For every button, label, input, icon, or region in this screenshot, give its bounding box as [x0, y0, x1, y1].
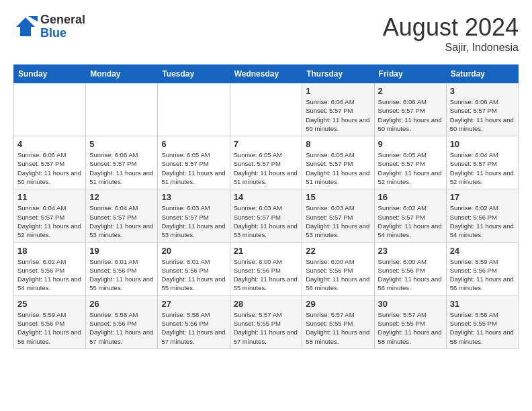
calendar-cell: 18Sunrise: 6:02 AM Sunset: 5:56 PM Dayli… — [14, 242, 86, 295]
day-number: 15 — [306, 192, 370, 202]
day-number: 19 — [89, 246, 154, 256]
calendar-cell: 24Sunrise: 5:59 AM Sunset: 5:56 PM Dayli… — [446, 242, 518, 295]
logo: General Blue — [13, 13, 85, 40]
col-header-tuesday: Tuesday — [158, 65, 230, 83]
day-info: Sunrise: 6:05 AM Sunset: 5:57 PM Dayligh… — [161, 150, 226, 186]
day-number: 21 — [234, 246, 299, 256]
calendar-cell: 4Sunrise: 6:06 AM Sunset: 5:57 PM Daylig… — [14, 136, 86, 189]
day-info: Sunrise: 6:00 AM Sunset: 5:56 PM Dayligh… — [234, 257, 299, 293]
calendar-cell: 8Sunrise: 6:05 AM Sunset: 5:57 PM Daylig… — [302, 136, 374, 189]
calendar-week-5: 25Sunrise: 5:59 AM Sunset: 5:56 PM Dayli… — [14, 295, 519, 349]
calendar-cell: 11Sunrise: 6:04 AM Sunset: 5:57 PM Dayli… — [14, 189, 86, 242]
day-info: Sunrise: 6:00 AM Sunset: 5:56 PM Dayligh… — [306, 257, 370, 293]
day-info: Sunrise: 6:06 AM Sunset: 5:57 PM Dayligh… — [89, 150, 154, 186]
calendar-cell: 17Sunrise: 6:02 AM Sunset: 5:56 PM Dayli… — [446, 189, 518, 242]
day-number: 9 — [378, 139, 443, 149]
logo-icon — [13, 15, 38, 39]
day-info: Sunrise: 5:58 AM Sunset: 5:56 PM Dayligh… — [89, 310, 154, 346]
day-number: 6 — [161, 139, 226, 149]
calendar-cell: 3Sunrise: 6:06 AM Sunset: 5:57 PM Daylig… — [446, 83, 518, 136]
day-number: 13 — [161, 192, 226, 202]
calendar-cell — [14, 83, 86, 136]
day-info: Sunrise: 6:02 AM Sunset: 5:57 PM Dayligh… — [378, 203, 443, 239]
day-number: 29 — [306, 299, 370, 309]
day-info: Sunrise: 5:59 AM Sunset: 5:56 PM Dayligh… — [450, 257, 515, 293]
day-info: Sunrise: 6:05 AM Sunset: 5:57 PM Dayligh… — [378, 150, 443, 186]
day-number: 12 — [89, 192, 154, 202]
day-number: 30 — [378, 299, 443, 309]
day-info: Sunrise: 6:04 AM Sunset: 5:57 PM Dayligh… — [89, 203, 154, 239]
day-info: Sunrise: 6:06 AM Sunset: 5:57 PM Dayligh… — [378, 97, 443, 133]
day-number: 28 — [234, 299, 299, 309]
calendar-week-2: 4Sunrise: 6:06 AM Sunset: 5:57 PM Daylig… — [14, 136, 519, 189]
logo-blue: Blue — [40, 27, 85, 40]
day-info: Sunrise: 5:57 AM Sunset: 5:55 PM Dayligh… — [234, 310, 299, 346]
calendar-cell: 30Sunrise: 5:57 AM Sunset: 5:55 PM Dayli… — [374, 295, 446, 349]
calendar-cell: 9Sunrise: 6:05 AM Sunset: 5:57 PM Daylig… — [374, 136, 446, 189]
col-header-friday: Friday — [374, 65, 446, 83]
calendar-cell — [230, 83, 302, 136]
day-info: Sunrise: 6:05 AM Sunset: 5:57 PM Dayligh… — [234, 150, 299, 186]
day-number: 4 — [17, 139, 82, 149]
day-info: Sunrise: 5:59 AM Sunset: 5:56 PM Dayligh… — [17, 310, 82, 346]
calendar-cell — [86, 83, 158, 136]
page-header: General Blue August 2024 Sajir, Indonesi… — [13, 13, 519, 54]
day-number: 27 — [161, 299, 226, 309]
calendar-cell: 7Sunrise: 6:05 AM Sunset: 5:57 PM Daylig… — [230, 136, 302, 189]
day-info: Sunrise: 6:03 AM Sunset: 5:57 PM Dayligh… — [234, 203, 299, 239]
calendar-cell: 16Sunrise: 6:02 AM Sunset: 5:57 PM Dayli… — [374, 189, 446, 242]
day-number: 26 — [89, 299, 154, 309]
calendar-cell: 13Sunrise: 6:03 AM Sunset: 5:57 PM Dayli… — [158, 189, 230, 242]
calendar-cell: 6Sunrise: 6:05 AM Sunset: 5:57 PM Daylig… — [158, 136, 230, 189]
logo-text: General Blue — [40, 13, 85, 40]
calendar-cell: 12Sunrise: 6:04 AM Sunset: 5:57 PM Dayli… — [86, 189, 158, 242]
day-info: Sunrise: 6:00 AM Sunset: 5:56 PM Dayligh… — [378, 257, 443, 293]
day-number: 17 — [450, 192, 515, 202]
col-header-wednesday: Wednesday — [230, 65, 302, 83]
day-number: 24 — [450, 246, 515, 256]
col-header-monday: Monday — [86, 65, 158, 83]
day-number: 8 — [306, 139, 370, 149]
day-number: 3 — [450, 86, 515, 96]
calendar-week-1: 1Sunrise: 6:06 AM Sunset: 5:57 PM Daylig… — [14, 83, 519, 136]
day-info: Sunrise: 6:06 AM Sunset: 5:57 PM Dayligh… — [450, 97, 515, 133]
header-row: SundayMondayTuesdayWednesdayThursdayFrid… — [14, 65, 519, 83]
calendar-cell: 14Sunrise: 6:03 AM Sunset: 5:57 PM Dayli… — [230, 189, 302, 242]
day-info: Sunrise: 5:58 AM Sunset: 5:56 PM Dayligh… — [161, 310, 226, 346]
calendar-week-4: 18Sunrise: 6:02 AM Sunset: 5:56 PM Dayli… — [14, 242, 519, 295]
day-info: Sunrise: 6:05 AM Sunset: 5:57 PM Dayligh… — [306, 150, 370, 186]
day-number: 2 — [378, 86, 443, 96]
day-number: 20 — [161, 246, 226, 256]
day-info: Sunrise: 5:56 AM Sunset: 5:55 PM Dayligh… — [450, 310, 515, 346]
day-number: 10 — [450, 139, 515, 149]
calendar-cell: 10Sunrise: 6:04 AM Sunset: 5:57 PM Dayli… — [446, 136, 518, 189]
calendar-cell: 22Sunrise: 6:00 AM Sunset: 5:56 PM Dayli… — [302, 242, 374, 295]
day-info: Sunrise: 6:03 AM Sunset: 5:57 PM Dayligh… — [306, 203, 370, 239]
calendar-cell: 26Sunrise: 5:58 AM Sunset: 5:56 PM Dayli… — [86, 295, 158, 349]
calendar-cell: 2Sunrise: 6:06 AM Sunset: 5:57 PM Daylig… — [374, 83, 446, 136]
location-subtitle: Sajir, Indonesia — [383, 42, 519, 54]
day-info: Sunrise: 5:57 AM Sunset: 5:55 PM Dayligh… — [378, 310, 443, 346]
day-info: Sunrise: 6:01 AM Sunset: 5:56 PM Dayligh… — [161, 257, 226, 293]
calendar-week-3: 11Sunrise: 6:04 AM Sunset: 5:57 PM Dayli… — [14, 189, 519, 242]
calendar-cell: 5Sunrise: 6:06 AM Sunset: 5:57 PM Daylig… — [86, 136, 158, 189]
col-header-saturday: Saturday — [446, 65, 518, 83]
day-number: 5 — [89, 139, 154, 149]
day-info: Sunrise: 6:04 AM Sunset: 5:57 PM Dayligh… — [450, 150, 515, 186]
day-info: Sunrise: 6:03 AM Sunset: 5:57 PM Dayligh… — [161, 203, 226, 239]
calendar-cell: 20Sunrise: 6:01 AM Sunset: 5:56 PM Dayli… — [158, 242, 230, 295]
day-number: 25 — [17, 299, 82, 309]
day-number: 7 — [234, 139, 299, 149]
calendar-cell: 28Sunrise: 5:57 AM Sunset: 5:55 PM Dayli… — [230, 295, 302, 349]
calendar-cell: 25Sunrise: 5:59 AM Sunset: 5:56 PM Dayli… — [14, 295, 86, 349]
calendar-cell: 21Sunrise: 6:00 AM Sunset: 5:56 PM Dayli… — [230, 242, 302, 295]
day-info: Sunrise: 6:04 AM Sunset: 5:57 PM Dayligh… — [17, 203, 82, 239]
day-number: 1 — [306, 86, 370, 96]
month-year-title: August 2024 — [383, 13, 519, 42]
calendar-cell — [158, 83, 230, 136]
col-header-thursday: Thursday — [302, 65, 374, 83]
calendar-cell: 27Sunrise: 5:58 AM Sunset: 5:56 PM Dayli… — [158, 295, 230, 349]
day-number: 31 — [450, 299, 515, 309]
day-number: 22 — [306, 246, 370, 256]
day-info: Sunrise: 6:06 AM Sunset: 5:57 PM Dayligh… — [17, 150, 82, 186]
